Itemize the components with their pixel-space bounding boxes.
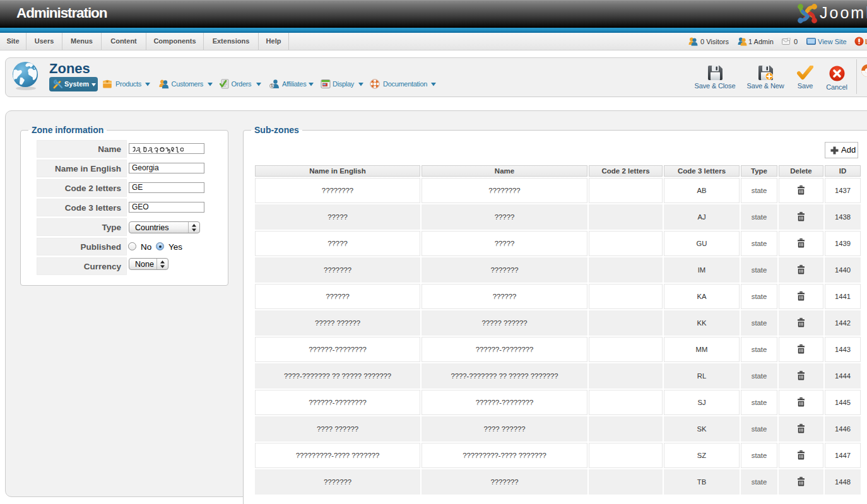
svg-text:$: $	[271, 83, 273, 88]
